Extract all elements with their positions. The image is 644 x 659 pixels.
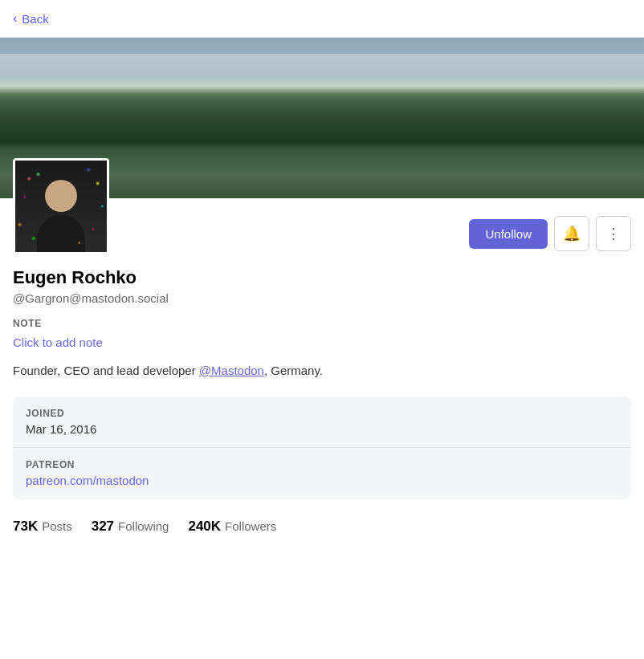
followers-count: 240K: [188, 519, 221, 535]
stats-row: 73K Posts 327 Following 240K Followers: [13, 515, 631, 538]
bell-icon: 🔔: [563, 225, 581, 242]
patreon-label: PATREON: [26, 459, 618, 470]
bio-mastodon-link[interactable]: @Mastodon: [199, 364, 264, 377]
unfollow-button[interactable]: Unfollow: [469, 219, 548, 249]
followers-label: Followers: [225, 519, 276, 533]
joined-label: JOINED: [26, 408, 618, 419]
avatar-sparkles-overlay: [15, 161, 107, 252]
following-count: 327: [92, 519, 114, 535]
avatar-action-row: Unfollow 🔔 ⋮: [13, 158, 631, 254]
patreon-row: PATREON patreon.com/mastodon: [13, 448, 631, 499]
followers-stat[interactable]: 240K Followers: [188, 519, 276, 535]
action-buttons: Unfollow 🔔 ⋮: [469, 216, 631, 254]
posts-label: Posts: [42, 519, 72, 533]
bio-text: Founder, CEO and lead developer @Mastodo…: [13, 362, 631, 380]
joined-row: JOINED Mar 16, 2016: [13, 397, 631, 448]
posts-stat[interactable]: 73K Posts: [13, 519, 72, 535]
back-navigation: ‹ Back: [0, 0, 644, 38]
user-handle: @Gargron@mastodon.social: [13, 291, 631, 305]
avatar: [13, 158, 109, 254]
add-note-link[interactable]: Click to add note: [13, 336, 631, 349]
info-card: JOINED Mar 16, 2016 PATREON patreon.com/…: [13, 397, 631, 499]
following-stat[interactable]: 327 Following: [92, 519, 169, 535]
bio-text-prefix: Founder, CEO and lead developer: [13, 364, 199, 377]
fog-overlay: [0, 54, 644, 102]
more-options-button[interactable]: ⋮: [596, 216, 631, 251]
profile-section: Unfollow 🔔 ⋮ Eugen Rochko @Gargron@masto…: [0, 158, 644, 551]
joined-value: Mar 16, 2016: [26, 422, 618, 436]
chevron-left-icon: ‹: [13, 11, 17, 26]
note-label: NOTE: [13, 318, 631, 329]
patreon-link[interactable]: patreon.com/mastodon: [26, 474, 149, 487]
bio-text-suffix: , Germany.: [264, 364, 323, 377]
following-label: Following: [118, 519, 169, 533]
posts-count: 73K: [13, 519, 38, 535]
notifications-button[interactable]: 🔔: [554, 216, 589, 251]
back-label: Back: [22, 12, 48, 26]
more-icon: ⋮: [606, 225, 621, 242]
back-link[interactable]: ‹ Back: [13, 11, 631, 26]
display-name: Eugen Rochko: [13, 267, 631, 288]
